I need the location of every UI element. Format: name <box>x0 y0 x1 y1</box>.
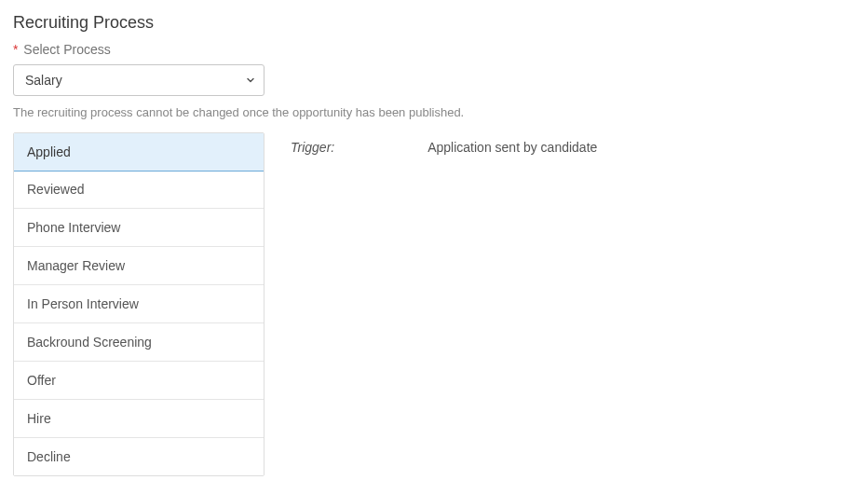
process-select-value: Salary <box>25 73 62 88</box>
helper-text: The recruiting process cannot be changed… <box>13 105 855 119</box>
stage-item[interactable]: Reviewed <box>14 171 264 209</box>
stage-item[interactable]: In Person Interview <box>14 285 264 323</box>
select-process-label-text: Select Process <box>23 42 110 57</box>
stage-item[interactable]: Applied <box>13 132 264 172</box>
stage-item[interactable]: Decline <box>14 438 264 475</box>
trigger-label: Trigger: <box>291 140 334 155</box>
stage-item[interactable]: Phone Interview <box>14 209 264 247</box>
select-process-label: * Select Process <box>13 42 855 57</box>
stage-item[interactable]: Manager Review <box>14 247 264 285</box>
chevron-down-icon <box>245 75 256 86</box>
stage-item[interactable]: Backround Screening <box>14 323 264 362</box>
stage-row: AppliedReviewedPhone InterviewManager Re… <box>13 132 855 476</box>
stage-list: AppliedReviewedPhone InterviewManager Re… <box>13 132 264 476</box>
stage-item[interactable]: Offer <box>14 362 264 400</box>
process-select[interactable]: Salary <box>13 64 264 96</box>
stage-item[interactable]: Hire <box>14 400 264 438</box>
trigger-value: Application sent by candidate <box>427 140 597 155</box>
stage-detail-panel: Trigger: Application sent by candidate <box>291 132 597 155</box>
required-asterisk: * <box>13 42 18 57</box>
page-title: Recruiting Process <box>13 13 855 33</box>
